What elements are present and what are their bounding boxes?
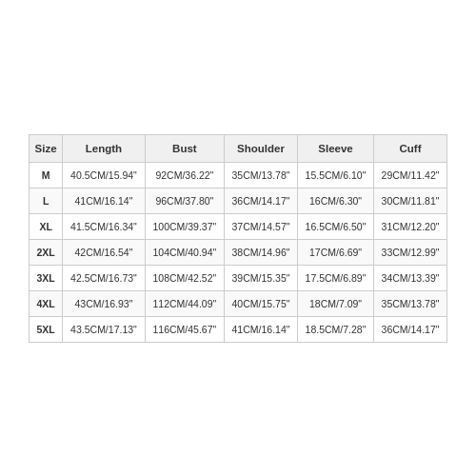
cell-sleeve-0: 15.5CM/6.10"	[297, 162, 373, 188]
cell-bust-0: 92CM/36.22"	[145, 162, 224, 188]
cell-cuff-0: 29CM/11.42"	[374, 162, 447, 188]
cell-cuff-5: 35CM/13.78"	[374, 290, 447, 316]
cell-size-1: L	[30, 188, 63, 213]
header-cuff: Cuff	[374, 134, 447, 162]
cell-sleeve-5: 18CM/7.09"	[297, 290, 373, 316]
cell-size-0: M	[30, 162, 63, 188]
cell-length-5: 43CM/16.93"	[63, 290, 146, 316]
cell-cuff-4: 34CM/13.39"	[374, 265, 447, 290]
header-bust: Bust	[145, 134, 224, 162]
cell-shoulder-2: 37CM/14.57"	[225, 213, 298, 239]
cell-bust-6: 116CM/45.67"	[145, 316, 224, 342]
cell-size-5: 4XL	[30, 290, 63, 316]
cell-cuff-3: 33CM/12.99"	[374, 239, 447, 265]
cell-shoulder-4: 39CM/15.35"	[225, 265, 298, 290]
cell-size-2: XL	[30, 213, 63, 239]
table-row: 4XL43CM/16.93"112CM/44.09"40CM/15.75"18C…	[30, 290, 447, 316]
cell-sleeve-1: 16CM/6.30"	[297, 188, 373, 213]
size-chart-container: Size Length Bust Shoulder Sleeve Cuff M4…	[19, 125, 457, 352]
cell-length-3: 42CM/16.54"	[63, 239, 146, 265]
header-size: Size	[30, 134, 63, 162]
size-chart-table: Size Length Bust Shoulder Sleeve Cuff M4…	[29, 134, 447, 343]
cell-bust-2: 100CM/39.37"	[145, 213, 224, 239]
table-header-row: Size Length Bust Shoulder Sleeve Cuff	[30, 134, 447, 162]
table-row: L41CM/16.14"96CM/37.80"36CM/14.17"16CM/6…	[30, 188, 447, 213]
table-row: 3XL42.5CM/16.73"108CM/42.52"39CM/15.35"1…	[30, 265, 447, 290]
header-shoulder: Shoulder	[225, 134, 298, 162]
cell-length-6: 43.5CM/17.13"	[63, 316, 146, 342]
cell-length-0: 40.5CM/15.94"	[63, 162, 146, 188]
cell-cuff-2: 31CM/12.20"	[374, 213, 447, 239]
cell-bust-4: 108CM/42.52"	[145, 265, 224, 290]
cell-shoulder-5: 40CM/15.75"	[225, 290, 298, 316]
cell-sleeve-2: 16.5CM/6.50"	[297, 213, 373, 239]
cell-shoulder-0: 35CM/13.78"	[225, 162, 298, 188]
cell-shoulder-6: 41CM/16.14"	[225, 316, 298, 342]
cell-sleeve-4: 17.5CM/6.89"	[297, 265, 373, 290]
table-row: 2XL42CM/16.54"104CM/40.94"38CM/14.96"17C…	[30, 239, 447, 265]
header-length: Length	[63, 134, 146, 162]
table-row: XL41.5CM/16.34"100CM/39.37"37CM/14.57"16…	[30, 213, 447, 239]
cell-bust-5: 112CM/44.09"	[145, 290, 224, 316]
cell-cuff-1: 30CM/11.81"	[374, 188, 447, 213]
cell-size-6: 5XL	[30, 316, 63, 342]
cell-size-4: 3XL	[30, 265, 63, 290]
header-sleeve: Sleeve	[297, 134, 373, 162]
table-row: M40.5CM/15.94"92CM/36.22"35CM/13.78"15.5…	[30, 162, 447, 188]
cell-sleeve-6: 18.5CM/7.28"	[297, 316, 373, 342]
cell-length-4: 42.5CM/16.73"	[63, 265, 146, 290]
cell-shoulder-3: 38CM/14.96"	[225, 239, 298, 265]
cell-bust-3: 104CM/40.94"	[145, 239, 224, 265]
cell-shoulder-1: 36CM/14.17"	[225, 188, 298, 213]
cell-size-3: 2XL	[30, 239, 63, 265]
cell-length-2: 41.5CM/16.34"	[63, 213, 146, 239]
cell-cuff-6: 36CM/14.17"	[374, 316, 447, 342]
table-row: 5XL43.5CM/17.13"116CM/45.67"41CM/16.14"1…	[30, 316, 447, 342]
cell-bust-1: 96CM/37.80"	[145, 188, 224, 213]
cell-sleeve-3: 17CM/6.69"	[297, 239, 373, 265]
cell-length-1: 41CM/16.14"	[63, 188, 146, 213]
